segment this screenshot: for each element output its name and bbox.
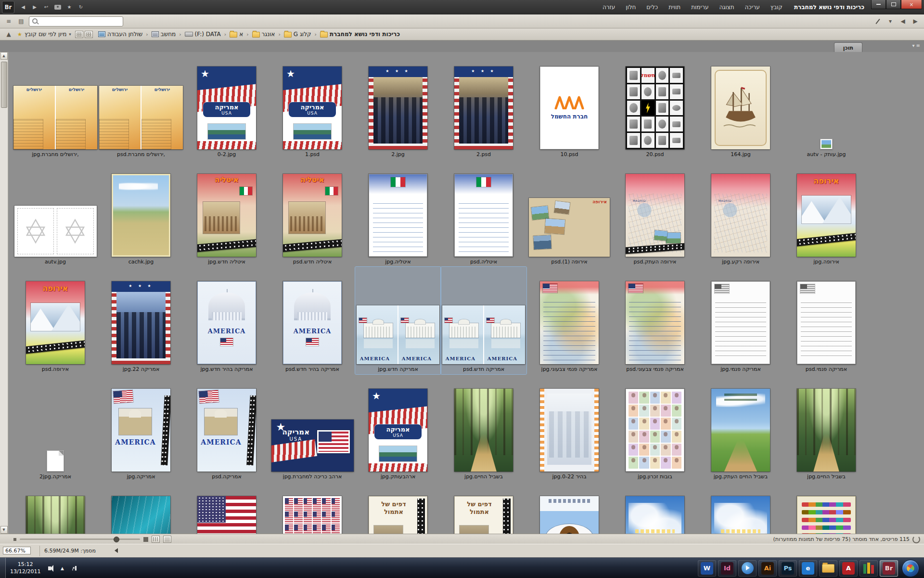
- boomerang-icon[interactable]: ↩: [41, 2, 51, 12]
- thumbnail-size-slider[interactable]: [20, 539, 140, 540]
- thumbnail-usFlag[interactable]: [197, 496, 256, 534]
- menu-help[interactable]: עזרה: [598, 2, 620, 12]
- thumbnail-italyCollage[interactable]: איטליה: [283, 174, 342, 257]
- thumbnail-starsDavid[interactable]: [14, 206, 97, 257]
- breadcrumb-item[interactable]: שולחן העבודה: [97, 30, 144, 38]
- file-item[interactable]: ★אמריקהUSA1.psd: [270, 52, 355, 159]
- thumbnail-usaWide[interactable]: ★אמריקהUSA: [271, 420, 354, 472]
- file-item[interactable]: [270, 482, 355, 534]
- file-item[interactable]: איטליה.jpg: [355, 159, 441, 267]
- file-item[interactable]: AMERICAאמריקה בהיר חדש.jpg: [184, 267, 270, 374]
- maximize-button[interactable]: [886, 0, 901, 9]
- smaller-thumbnails-icon[interactable]: [13, 538, 16, 541]
- breadcrumb-item[interactable]: מחשב: [150, 30, 177, 38]
- file-item[interactable]: ★ ★ ★2.psd: [441, 52, 526, 159]
- file-item[interactable]: אמריקה פנמי צבעוני.psd: [612, 267, 698, 374]
- thumbnail-europeCover[interactable]: אירופה: [797, 174, 856, 257]
- thumbnail-americaSpread[interactable]: AMERICAAMERICA: [442, 305, 525, 364]
- file-item[interactable]: חשמל20.psd: [612, 52, 698, 159]
- file-item[interactable]: AMERICAAMERICAאמריקה חדש.jpg: [355, 267, 441, 374]
- file-item[interactable]: MADRIDאירופה העתק.psd: [612, 159, 698, 267]
- file-item[interactable]: בהיר 0-22.jpg: [526, 374, 612, 482]
- thumbnail-cityFlag[interactable]: ★ ★ ★: [454, 66, 513, 149]
- new-folder-icon[interactable]: ▤: [16, 16, 26, 26]
- taskbar-app-explorer-folder[interactable]: [819, 560, 837, 577]
- file-item[interactable]: חברת החשמל10.psd: [526, 52, 612, 159]
- pen-icon[interactable]: [873, 16, 883, 26]
- rotate-icon[interactable]: ↻: [76, 2, 86, 12]
- file-item[interactable]: ★ ★ ★2.jpg: [355, 52, 441, 159]
- thumbnail-americaSpread[interactable]: AMERICAAMERICA: [357, 305, 439, 364]
- thumbnail-usaCover[interactable]: ★אמריקהUSA: [197, 66, 256, 149]
- larger-thumbnails-icon[interactable]: [143, 537, 148, 542]
- file-item[interactable]: אמריקה פנמי.jpg: [698, 267, 783, 374]
- taskbar-clock[interactable]: 15:12 13/12/2011: [6, 561, 45, 576]
- taskbar-app-bridge[interactable]: Br: [880, 560, 898, 577]
- thumbnail-landscape[interactable]: [112, 174, 170, 257]
- vertical-scrollbar[interactable]: ▲ ▼: [0, 52, 8, 534]
- file-item[interactable]: בובות זכרון.jpg: [612, 374, 698, 482]
- file-item[interactable]: [13, 482, 98, 534]
- taskbar-app-indesign[interactable]: Id: [718, 560, 736, 577]
- file-item[interactable]: ★ ★ ★אמריקה 22.jpg: [98, 267, 184, 374]
- thumbnail-cityFlag[interactable]: ★ ★ ★: [369, 66, 427, 149]
- panel-menu-icon[interactable]: ▾≡: [912, 43, 920, 48]
- thumbnail-usaCover[interactable]: ★אמריקהUSA: [369, 389, 427, 472]
- file-item[interactable]: דפים של אתמול: [441, 482, 526, 534]
- thumbnail-eyeSky[interactable]: [540, 496, 599, 534]
- thumbnail-yesterday[interactable]: דפים של אתמול: [369, 496, 427, 534]
- file-item[interactable]: autv.jpg: [13, 159, 98, 267]
- thumbnail-yesterday[interactable]: דפים של אתמול: [454, 496, 513, 534]
- list-view-icon[interactable]: [85, 31, 93, 38]
- file-item[interactable]: AMERICAאמריקה בהיר חדש.psd: [270, 267, 355, 374]
- thumbnail-cityFlag2[interactable]: ★ ★ ★: [112, 281, 170, 364]
- breadcrumb-item[interactable]: אונגר: [251, 30, 277, 38]
- thumbnail-italyLined[interactable]: [454, 174, 513, 257]
- minimize-button[interactable]: [871, 0, 886, 9]
- file-item[interactable]: MADRIDאירופה רקע.jpg: [698, 159, 783, 267]
- grid-view-icon[interactable]: [75, 31, 83, 38]
- file-item[interactable]: [612, 482, 698, 534]
- file-item[interactable]: אירופהאירופה.psd: [13, 267, 98, 374]
- thumbnail-ship[interactable]: [711, 66, 770, 149]
- scroll-down-icon[interactable]: ▼: [0, 526, 8, 534]
- volume-icon[interactable]: [46, 564, 55, 573]
- go-up-icon[interactable]: ▲: [4, 29, 13, 39]
- detail-view-icon[interactable]: [163, 536, 171, 543]
- menu-edit[interactable]: עריכה: [740, 2, 765, 12]
- thumbnail-flagPattern[interactable]: [283, 496, 342, 534]
- file-item[interactable]: [698, 482, 783, 534]
- breadcrumb-item[interactable]: א: [228, 30, 244, 38]
- thumbnail-skyField[interactable]: [711, 389, 770, 472]
- refine-icon[interactable]: ★: [64, 2, 74, 12]
- file-item[interactable]: [184, 482, 270, 534]
- previous-view-icon[interactable]: ◀: [898, 16, 908, 26]
- taskbar-app-word[interactable]: W: [698, 560, 716, 577]
- thumbnail-skyClouds[interactable]: [711, 496, 770, 534]
- thumbnail-italyCollage[interactable]: איטליה: [197, 174, 256, 257]
- file-item[interactable]: אירופהאירופה.jpg: [783, 159, 869, 267]
- thumbnail-colorText[interactable]: [797, 496, 856, 534]
- search-box[interactable]: [29, 16, 123, 26]
- thumbnail-americaCollage[interactable]: AMERICA: [197, 389, 256, 472]
- taskbar-app-internet-explorer[interactable]: e: [799, 560, 817, 577]
- thumbnail-americaCollage[interactable]: AMERICA: [112, 389, 170, 472]
- menu-view[interactable]: תצוגה: [714, 2, 739, 12]
- file-item[interactable]: אמריקה.2jpg: [13, 374, 98, 482]
- thumbnail-linedGray[interactable]: [711, 281, 770, 364]
- search-input[interactable]: [40, 18, 122, 25]
- file-item[interactable]: AMERICAAMERICAאמריקה חדש.psd: [441, 267, 526, 374]
- thumbnail-forestPath[interactable]: [26, 496, 85, 534]
- thumbnail-americaBright[interactable]: AMERICA: [283, 281, 342, 364]
- file-item[interactable]: איטליהאיטליה חדש.psd: [270, 159, 355, 267]
- back-icon[interactable]: ◀: [18, 2, 28, 12]
- file-item[interactable]: ★אמריקהUSA0-2.jpg: [184, 52, 270, 159]
- file-item[interactable]: cachk.jpg: [98, 159, 184, 267]
- thumbnail-americaBright[interactable]: AMERICA: [197, 281, 256, 364]
- thumbnail-forestPath[interactable]: [797, 389, 856, 472]
- file-item[interactable]: בשביל החיים העתק.jpg: [698, 374, 783, 482]
- thumbnail-electric[interactable]: חברת החשמל: [540, 66, 599, 149]
- forward-icon[interactable]: ▶: [30, 2, 39, 12]
- file-item[interactable]: דפים של אתמול: [355, 482, 441, 534]
- next-view-icon[interactable]: ▶: [911, 16, 920, 26]
